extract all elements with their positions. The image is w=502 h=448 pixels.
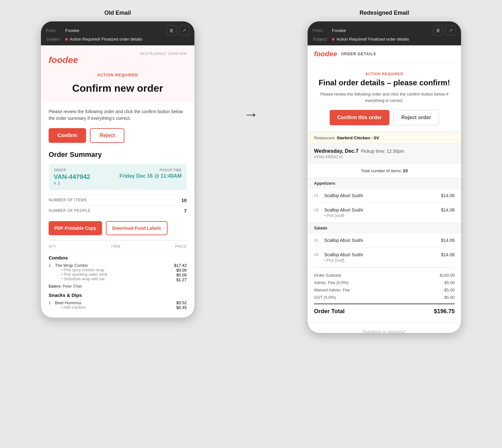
new-subtotal-row: Order Subtotal $100.00	[314, 273, 455, 278]
new-order-total-row: Order Total $196.75	[314, 304, 455, 315]
new-item-sub-s2: • Pick [stuff]	[324, 258, 441, 263]
new-total-items-row: Total number of items: 23	[308, 164, 461, 178]
list-item: x1 Scallop Aburi Sushi $14.06	[314, 233, 455, 248]
arrow-icon: →	[243, 105, 259, 123]
old-email-header: From: Foodee 🗑 ↗ Subject: Action Require…	[41, 21, 194, 45]
table-row: 1 Beet Hummus • Add crackers $5.52 $0.45	[49, 300, 187, 310]
old-email-content: Please review the following order and cl…	[41, 102, 194, 318]
new-gst-label: GST (5.0%)	[314, 295, 336, 300]
old-reject-button[interactable]: Reject	[90, 128, 124, 143]
old-email-title: Old Email	[104, 10, 131, 16]
list-item: x3 Scallop Aburi Sushi • Pick [stuff] $1…	[314, 248, 455, 267]
old-num-items-label: NUMBER OF ITEMS	[49, 198, 87, 203]
old-pickup-label: PICKUP TIME	[120, 168, 182, 172]
old-item-col: ITEM	[111, 244, 120, 248]
new-waived-row: Waived Admin. Fee -$5.00	[314, 288, 455, 292]
old-item-qty: 1	[49, 263, 55, 282]
old-order-left: ORDER VAN-447942 v. 1	[54, 168, 90, 185]
new-reject-button[interactable]: Reject order	[393, 110, 439, 125]
old-subject-row: Subject: Action Required! Finalized orde…	[46, 37, 189, 42]
old-category-snacks: Snacks & Dips	[49, 292, 187, 298]
new-email-title: Redesigned Email	[359, 10, 409, 16]
old-order-info-box: ORDER VAN-447942 v. 1 PICKUP TIME Friday…	[49, 164, 187, 190]
new-subject-dot	[332, 38, 334, 41]
new-email-top-bar: foodee ORDER DETAILS	[308, 45, 461, 63]
new-item-sub-a2: • Pick [stuff]	[324, 213, 441, 218]
old-num-items-row: NUMBER OF ITEMS 10	[49, 195, 187, 205]
old-from-value: Foodee	[65, 28, 79, 33]
old-items-table: QTY ITEM PRICE Combos 1 The Wrap Combo •…	[49, 240, 187, 310]
new-delete-button[interactable]: 🗑	[433, 25, 443, 35]
new-pickup-time: Pickup time: 12:30pm	[361, 149, 404, 154]
new-item-qty-a2: x3	[314, 207, 324, 212]
old-pickup-value: Friday Dec 16 @ 11:40AM	[120, 173, 182, 179]
new-hero-buttons: Confirm this order Reject order	[318, 110, 451, 125]
old-share-button[interactable]: ↗	[179, 25, 189, 35]
new-order-id: #VAN-446042 v1	[314, 155, 455, 159]
old-delete-button[interactable]: 🗑	[166, 25, 176, 35]
new-hero-title: Final order details – please confirm!	[318, 78, 451, 87]
old-restaurant-confirm: RESTAURANT CONFIRM	[140, 52, 187, 56]
new-item-qty-a1: x1	[314, 193, 324, 198]
new-restaurant-label: Restaurant:	[314, 135, 335, 140]
list-item: x1 Scallop Aburi Sushi $14.06	[314, 189, 455, 203]
new-pickup-row: Wednesday, Dec.7 Pickup time: 12:30pm	[314, 148, 455, 154]
old-num-people-label: NUMBER OF PEOPLE	[49, 208, 90, 213]
new-item-qty-s1: x1	[314, 238, 324, 243]
new-from-row: From: Foodee 🗑 ↗	[313, 25, 456, 35]
new-item-qty-s2: x3	[314, 252, 324, 257]
page-wrapper: Old Email From: Foodee 🗑 ↗ Subject: Acti…	[11, 10, 491, 333]
new-order-details-label: ORDER DETAILS	[341, 52, 376, 56]
new-pickup-bar: Wednesday, Dec.7 Pickup time: 12:30pm #V…	[308, 144, 461, 164]
new-item-price-s2: $14.06	[441, 252, 455, 257]
old-qty-col: QTY	[49, 244, 56, 248]
new-subtotal-value: $100.00	[440, 273, 455, 278]
old-subject-label: Subject:	[46, 37, 63, 42]
new-waived-label: Waived Admin. Fee	[314, 288, 350, 292]
new-item-name-s1: Scallop Aburi Sushi	[324, 238, 441, 243]
new-email-hero: ACTION REQUIRED Final order details – pl…	[308, 63, 461, 132]
old-email-body: foodee RESTAURANT CONFIRM ACTION REQUIRE…	[41, 45, 194, 318]
new-share-button[interactable]: ↗	[446, 25, 456, 35]
new-email-column: Redesigned Email From: Foodee 🗑 ↗ Subjec…	[278, 10, 491, 333]
new-email-header: From: Foodee 🗑 ↗ Subject: Action Require…	[308, 21, 461, 45]
old-confirm-heading: Confirm new order	[49, 82, 187, 94]
new-items-section: Appetizers x1 Scallop Aburi Sushi $14.06…	[308, 178, 461, 267]
old-category-combos: Combos	[49, 255, 187, 260]
new-email-body: foodee ORDER DETAILS ACTION REQUIRED Fin…	[308, 45, 461, 333]
old-eaters-row: Eaters: Peter Chan	[49, 284, 187, 289]
new-item-name-a1: Scallop Aburi Sushi	[324, 193, 441, 198]
old-pdf-button[interactable]: PDF Printable Copy	[49, 221, 102, 235]
old-num-items-value: 10	[181, 198, 187, 203]
new-foodee-logo: foodee	[314, 50, 337, 58]
new-totals-section: Order Subtotal $100.00 Admin. Fee (5.0%)…	[308, 267, 461, 322]
old-num-people-value: 7	[184, 208, 187, 213]
old-item-name-2: Beet Hummus • Add crackers	[55, 300, 176, 310]
old-table-header: QTY ITEM PRICE	[49, 244, 187, 251]
old-order-right: PICKUP TIME Friday Dec 16 @ 11:40AM	[120, 168, 182, 179]
old-from-row: From: Foodee 🗑 ↗	[46, 25, 189, 35]
old-order-info-flex: ORDER VAN-447942 v. 1 PICKUP TIME Friday…	[54, 168, 182, 185]
new-confirm-button[interactable]: Confirm this order	[330, 110, 390, 125]
old-item-prices-2: $5.52 $0.45	[176, 300, 187, 310]
new-waived-value: -$5.00	[443, 288, 455, 292]
old-confirm-button[interactable]: Confirm	[49, 128, 86, 143]
old-confirm-reject-row: Confirm Reject	[49, 128, 187, 143]
old-item-qty-2: 1	[49, 300, 55, 310]
old-subject-value: Action Required! Finalized order details	[70, 37, 142, 42]
new-category-salads: Salads	[308, 223, 461, 233]
new-from-value: Foodee	[332, 28, 346, 33]
new-gst-row: GST (5.0%) $5.00	[314, 295, 455, 300]
new-admin-fee-row: Admin. Fee (5.0%) $5.00	[314, 280, 455, 285]
old-price-col: PRICE	[175, 244, 187, 248]
new-total-label: Order Total	[314, 308, 345, 315]
old-foodee-logo: foodee	[49, 55, 78, 65]
new-total-items-value: 23	[403, 168, 408, 173]
new-subject-row: Subject: Action Required! Finalized orde…	[313, 37, 456, 42]
old-from-label: From:	[46, 28, 63, 33]
new-action-required: ACTION REQUIRED	[318, 72, 451, 76]
old-labels-button[interactable]: Download Food Labels	[106, 221, 168, 235]
new-header-actions: 🗑 ↗	[433, 25, 456, 35]
new-restaurant-bar: Restaurant: Starbird Chicken - SV	[308, 132, 461, 144]
new-total-value: $196.75	[434, 308, 455, 315]
